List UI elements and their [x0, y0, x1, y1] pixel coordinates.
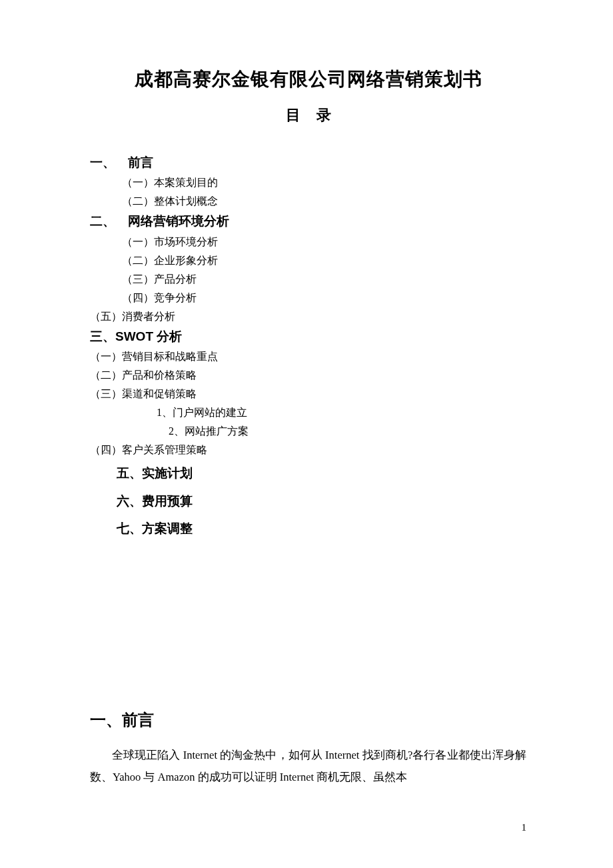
table-of-contents: 一、 前言 （一）本案策划目的 （二）整体计划概念 二、 网络营销环境分析 （一… — [90, 152, 526, 543]
page-number: 1 — [522, 822, 527, 833]
toc-item-3-3: （三）渠道和促销策略 — [90, 385, 526, 403]
toc-item-3-1: （一）营销目标和战略重点 — [90, 347, 526, 366]
toc-item-1-1: （一）本案策划目的 — [90, 173, 526, 192]
toc-item-7: 七、方案调整 — [90, 515, 526, 543]
toc-item-2-5: （五）消费者分析 — [90, 307, 526, 326]
toc-item-2-2: （二）企业形象分析 — [90, 251, 526, 270]
section-1-paragraph: 全球现正陷入 Internet 的淘金热中，如何从 Internet 找到商机?… — [90, 744, 526, 788]
toc-item-2-4: （四）竞争分析 — [90, 289, 526, 307]
toc-item-2-1: （一）市场环境分析 — [90, 233, 526, 251]
section-1-heading: 一、前言 — [90, 709, 526, 731]
toc-item-1-2: （二）整体计划概念 — [90, 192, 526, 211]
toc-item-3-4: （四）客户关系管理策略 — [90, 441, 526, 459]
toc-item-3: 三、SWOT 分析 — [90, 326, 526, 347]
toc-item-3-3-1: 1、门户网站的建立 — [90, 403, 526, 422]
toc-item-5: 五、实施计划 — [90, 459, 526, 487]
toc-item-2: 二、 网络营销环境分析 — [90, 211, 526, 232]
toc-item-3-2: （二）产品和价格策略 — [90, 366, 526, 385]
toc-item-1: 一、 前言 — [90, 152, 526, 173]
document-title: 成都高赛尔金银有限公司网络营销策划书 — [90, 67, 526, 92]
toc-item-3-3-2: 2、网站推广方案 — [90, 422, 526, 441]
toc-heading: 目录 — [90, 105, 526, 125]
toc-item-6: 六、费用预算 — [90, 487, 526, 515]
toc-item-2-3: （三）产品分析 — [90, 270, 526, 289]
